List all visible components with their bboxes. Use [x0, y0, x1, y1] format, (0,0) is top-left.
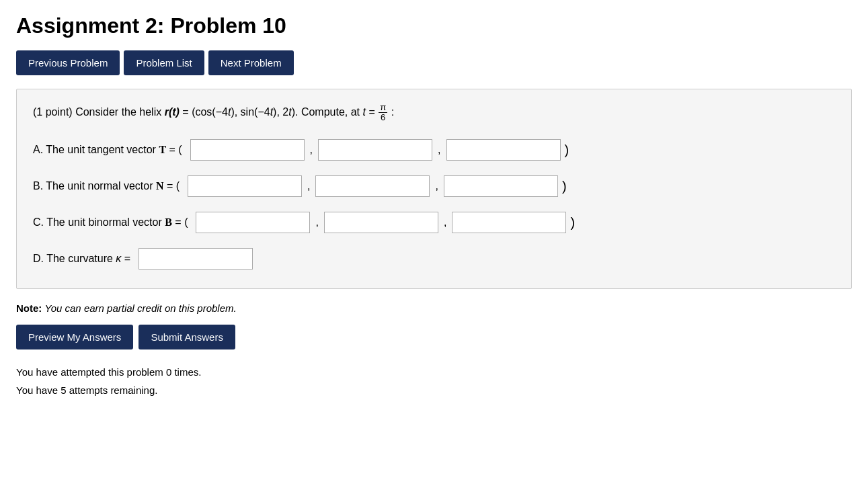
sep-c1: , — [315, 216, 318, 229]
input-b1[interactable] — [188, 175, 302, 197]
problem-points: (1 point) — [33, 106, 73, 118]
attempts-line2: You have 5 attempts remaining. — [16, 381, 852, 399]
page-title: Assignment 2: Problem 10 — [16, 13, 852, 38]
sep-b2: , — [435, 180, 438, 192]
colon: : — [391, 106, 394, 118]
preview-answers-button[interactable]: Preview My Answers — [16, 325, 133, 349]
input-a2[interactable] — [318, 139, 432, 161]
note-section: Note: You can earn partial credit on thi… — [16, 302, 852, 314]
input-c3[interactable] — [452, 212, 566, 233]
fraction-denominator: 6 — [379, 113, 387, 122]
part-d-label: D. The curvature κ = — [33, 253, 130, 265]
helix-definition: (cos(−4t), sin(−4t), 2t). — [192, 106, 298, 118]
sep-c2: , — [444, 216, 446, 229]
attempts-line1: You have attempted this problem 0 times. — [16, 363, 852, 381]
equals-sign: = — [182, 106, 192, 118]
input-c2[interactable] — [324, 212, 438, 233]
sep-b1: , — [307, 180, 310, 192]
paren-b-close: ) — [562, 179, 567, 193]
part-b-row: B. The unit normal vector N = ( , , ) — [33, 175, 835, 197]
part-b-label: B. The unit normal vector N = ( — [33, 180, 180, 192]
action-buttons: Preview My Answers Submit Answers — [16, 325, 852, 349]
compute-text: Compute, at t = — [301, 106, 378, 118]
part-a-label: A. The unit tangent vector T = ( — [33, 144, 182, 156]
paren-c-close: ) — [570, 216, 575, 229]
input-a1[interactable] — [190, 139, 305, 161]
note-bold: Note: — [16, 302, 42, 314]
problem-box: (1 point) Consider the helix r(t) = (cos… — [16, 89, 852, 289]
paren-a-close: ) — [565, 143, 569, 157]
pi-over-6: π 6 — [379, 103, 387, 123]
input-b3[interactable] — [444, 175, 558, 197]
part-a-row: A. The unit tangent vector T = ( , , ) — [33, 139, 835, 161]
input-c1[interactable] — [196, 212, 310, 233]
sep-a2: , — [438, 144, 440, 156]
r-function-label: r(t) — [165, 106, 180, 118]
input-b2[interactable] — [315, 175, 430, 197]
next-problem-button[interactable]: Next Problem — [208, 50, 294, 75]
problem-statement: (1 point) Consider the helix r(t) = (cos… — [33, 103, 835, 123]
attempts-info: You have attempted this problem 0 times.… — [16, 363, 852, 399]
submit-answers-button[interactable]: Submit Answers — [139, 325, 235, 349]
previous-problem-button[interactable]: Previous Problem — [16, 50, 120, 75]
sep-a1: , — [310, 144, 313, 156]
nav-buttons: Previous Problem Problem List Next Probl… — [16, 50, 852, 75]
input-d[interactable] — [139, 248, 253, 270]
fraction-numerator: π — [379, 103, 387, 113]
statement-prefix: Consider the helix — [75, 106, 165, 118]
part-d-row: D. The curvature κ = — [33, 248, 835, 270]
input-a3[interactable] — [446, 139, 561, 161]
problem-list-button[interactable]: Problem List — [124, 50, 204, 75]
part-c-label: C. The unit binormal vector B = ( — [33, 216, 188, 229]
note-italic: You can earn partial credit on this prob… — [45, 302, 237, 314]
part-c-row: C. The unit binormal vector B = ( , , ) — [33, 212, 835, 233]
